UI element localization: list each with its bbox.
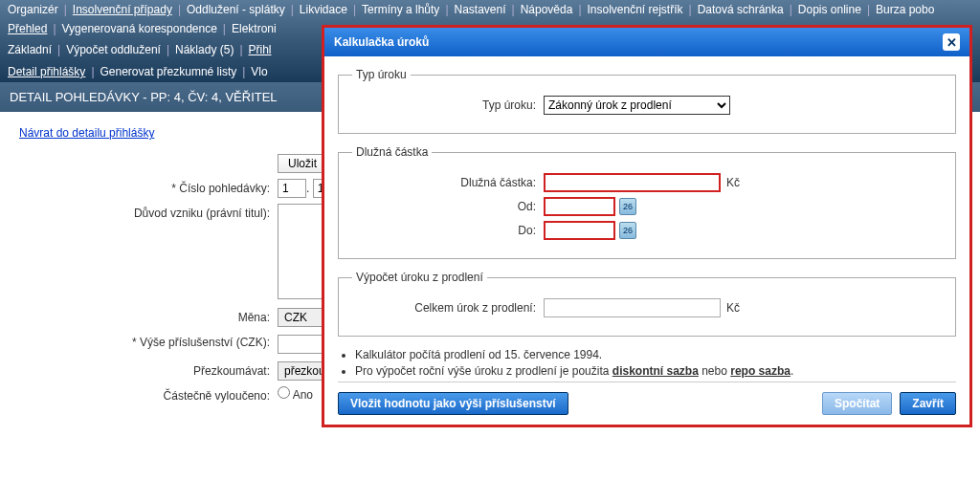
tab-zakladni[interactable]: Základní <box>8 43 52 56</box>
currency-label: Měna: <box>19 308 278 324</box>
modal-title-text: Kalkulačka úroků <box>334 35 429 49</box>
subnav-korespondence[interactable]: Vygenerovaná korespondence <box>62 22 217 35</box>
close-button[interactable]: Zavřít <box>900 392 956 415</box>
nav-likvidace[interactable]: Likvidace <box>300 3 347 16</box>
from-date-input[interactable] <box>544 197 615 216</box>
amount-label: Dlužná částka: <box>352 176 544 189</box>
nav-nastaveni[interactable]: Nastavení <box>455 3 506 16</box>
nav-datova-schranka[interactable]: Datová schránka <box>698 3 784 16</box>
claim-no-a-input[interactable] <box>278 179 306 198</box>
from-label: Od: <box>352 200 544 213</box>
note-1: Kalkulátor počítá prodlení od 15. červen… <box>355 348 956 361</box>
detailtab-detail[interactable]: Detail přihlášky <box>8 65 85 78</box>
calc-legend: Výpočet úroku z prodlení <box>352 271 487 284</box>
nav-dopis-online[interactable]: Dopis online <box>798 3 861 16</box>
total-interest-input[interactable] <box>544 298 721 317</box>
interest-calc-modal: Kalkulačka úroků ✕ Typ úroku Typ úroku: … <box>322 25 972 427</box>
subnav-elektroni[interactable]: Elektroni <box>232 22 277 35</box>
calc-result-fieldset: Výpočet úroku z prodlení Celkem úrok z p… <box>338 271 956 337</box>
nav-oddluzeni-splatky[interactable]: Oddlužení - splátky <box>187 3 285 16</box>
nav-terminy[interactable]: Termíny a lhůty <box>362 3 439 16</box>
back-link[interactable]: Návrat do detailu přihlášky <box>19 126 154 140</box>
calendar-icon[interactable]: 26 <box>619 222 636 239</box>
kc-unit: Kč <box>726 176 740 189</box>
reason-label: Důvod vzniku (právní titul): <box>19 204 278 220</box>
excluded-label: Částečně vyloučeno: <box>19 386 278 403</box>
type-fieldset: Typ úroku Typ úroku: Zákonný úrok z prod… <box>338 68 956 134</box>
nav-napoveda[interactable]: Nápověda <box>521 3 573 16</box>
tab-vypocet-oddluzeni[interactable]: Výpočet oddlužení <box>66 43 161 56</box>
excluded-yes-radio[interactable] <box>278 386 290 399</box>
nav-burza[interactable]: Burza pobo <box>876 3 934 16</box>
discount-rate-link[interactable]: diskontní sazba <box>612 364 699 378</box>
kc-unit: Kč <box>726 301 740 315</box>
notes: Kalkulátor počítá prodlení od 15. červen… <box>355 348 956 378</box>
subnav-prehled[interactable]: Přehled <box>8 22 47 35</box>
tab-prihl[interactable]: Přihl <box>249 43 272 56</box>
accessory-label: * Výše příslušenství (CZK): <box>19 333 278 349</box>
insert-value-button[interactable]: Vložit hodnotu jako výši příslušenství <box>338 392 568 415</box>
close-icon[interactable]: ✕ <box>943 33 960 51</box>
nav-organizer[interactable]: Organizér <box>8 3 58 16</box>
to-label: Do: <box>352 224 544 237</box>
repo-rate-link[interactable]: repo sazba <box>730 364 791 378</box>
claim-no-label: * Číslo pohledávky: <box>19 179 278 195</box>
save-button[interactable]: Uložit <box>278 154 327 173</box>
modal-actions: Vložit hodnotu jako výši příslušenství S… <box>338 382 956 415</box>
note-2: Pro výpočet roční výše úroku z prodlení … <box>355 364 956 378</box>
amount-input[interactable] <box>544 173 721 192</box>
calculate-button[interactable]: Spočítat <box>822 392 892 415</box>
type-label: Typ úroku: <box>352 98 544 112</box>
total-label: Celkem úrok z prodlení: <box>352 301 544 315</box>
excluded-yes-label: Ano <box>278 388 313 402</box>
type-legend: Typ úroku <box>352 68 411 81</box>
amount-fieldset: Dlužná částka Dlužná částka: Kč Od: 26 D… <box>338 145 956 259</box>
detailtab-prezkumne[interactable]: Generovat přezkumné listy <box>100 65 237 78</box>
amount-legend: Dlužná částka <box>352 145 432 159</box>
top-nav: Organizér| Insolvenční případy| Oddlužen… <box>0 0 980 19</box>
to-date-input[interactable] <box>544 221 615 240</box>
nav-insolvencni[interactable]: Insolvenční případy <box>73 3 172 16</box>
tab-naklady[interactable]: Náklady (5) <box>175 43 234 56</box>
nav-rejstrik[interactable]: Insolvenční rejstřík <box>588 3 683 16</box>
detailtab-vlo[interactable]: Vlo <box>251 65 267 78</box>
review-label: Přezkoumávat: <box>19 361 278 378</box>
modal-title-bar: Kalkulačka úroků ✕ <box>324 28 969 56</box>
interest-type-select[interactable]: Zákonný úrok z prodlení <box>544 96 730 115</box>
calendar-icon[interactable]: 26 <box>619 198 636 215</box>
